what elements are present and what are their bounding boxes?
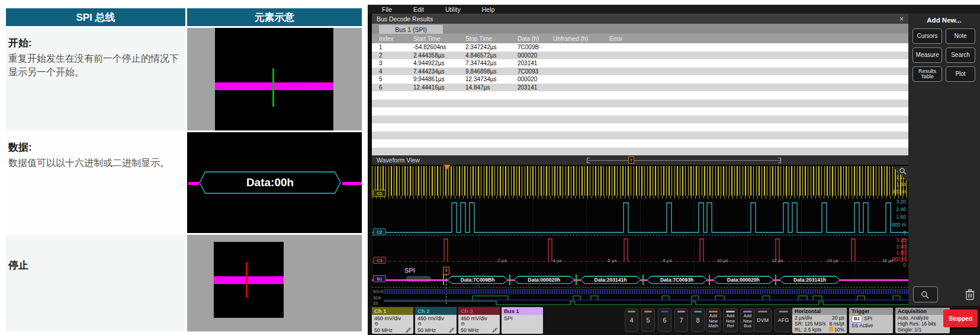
ch1-settings-badge[interactable]: Ch 1 460 mV/div ⚙ 50 MHz bbox=[372, 307, 413, 334]
channel-6-button[interactable]: 6 bbox=[658, 308, 671, 332]
data-text-cell: 数据: 数据值可以以十六进制或二进制显示。 bbox=[6, 132, 185, 233]
sclk-label: SCLK bbox=[373, 289, 383, 293]
bus-frame: Data:000020h bbox=[513, 276, 574, 284]
bus-decode-frames: Data:7C009Bh Data:000020h Data:203141h D… bbox=[447, 276, 840, 284]
results-title: Bus Decode Results bbox=[377, 15, 433, 23]
cursors-button[interactable]: Cursors bbox=[912, 28, 942, 44]
menu-edit[interactable]: Edit bbox=[413, 6, 424, 13]
table-cell: 12.44416µs bbox=[411, 84, 463, 91]
measure-button[interactable]: Measure bbox=[912, 47, 942, 63]
waveform-view-title: Waveform View bbox=[377, 157, 420, 164]
zoom-overlay-icon[interactable] bbox=[892, 166, 908, 183]
stopped-status-button[interactable]: Stopped bbox=[943, 310, 978, 327]
trigger-panel[interactable]: Trigger B1 SPI SS Active bbox=[849, 308, 893, 333]
results-table-header: Index Start Time Stop Time Data (h) Unfr… bbox=[372, 34, 908, 43]
gear-icon: ⚙ bbox=[461, 321, 497, 327]
menu-help[interactable]: Help bbox=[482, 6, 495, 13]
waveform-plot-area: 3.682.76 1.84920 m 3.202.40 1.60800 m 0 … bbox=[372, 165, 908, 306]
acquisition-panel[interactable]: Acquisition Auto, Analyze High Res: 16 b… bbox=[895, 308, 950, 333]
table-cell: 4 bbox=[377, 68, 411, 75]
table-cell: 203141 bbox=[515, 84, 551, 91]
trash-icon[interactable] bbox=[965, 289, 975, 301]
time-label: 6 µs bbox=[608, 258, 616, 263]
table-row-empty bbox=[372, 91, 908, 100]
minimap-timeline[interactable] bbox=[588, 160, 780, 161]
results-table-body: 1-54.82604ns2.347242µs7C009B22.444358µs4… bbox=[372, 43, 908, 155]
table-row[interactable]: 22.444358µs4.846572µs000020 bbox=[372, 52, 908, 60]
bus-decode-results-panel: Bus Decode Results × Bus 1 (SPI) Index S… bbox=[372, 14, 908, 155]
magnifier-icon bbox=[921, 291, 930, 299]
start-desc: 重复开始发生在没有前一个停止的情况下显示另一个开始。 bbox=[8, 52, 181, 79]
bus-frame: Data:7C0093h bbox=[647, 276, 708, 284]
col-index: Index bbox=[377, 36, 411, 42]
add-new-bus-button[interactable]: Add New Bus bbox=[740, 308, 755, 332]
doc-table-header: SPI 总线 元素示意 bbox=[6, 8, 362, 26]
bus1-settings-badge[interactable]: Bus 1 SPI bbox=[502, 307, 543, 334]
note-button[interactable]: Note bbox=[946, 28, 975, 44]
data-title: 数据: bbox=[8, 141, 181, 154]
table-cell: 1 bbox=[377, 44, 411, 50]
ss-label: SS bbox=[373, 301, 378, 305]
bus-frame: Data:203141h bbox=[580, 276, 641, 284]
data-desc: 数据值可以以十六进制或二进制显示。 bbox=[8, 156, 181, 170]
table-row[interactable]: 47.444234µs9.846898µs7C0093 bbox=[372, 68, 908, 76]
table-cell: 14.847µs bbox=[463, 84, 515, 91]
add-new-ref-button[interactable]: Add New Ref bbox=[723, 308, 738, 332]
table-cell: 203141 bbox=[515, 60, 551, 66]
menu-utility[interactable]: Utility bbox=[445, 6, 461, 13]
sda-waveform bbox=[384, 295, 908, 301]
magnifier-icon bbox=[899, 167, 907, 176]
minimap-trigger-marker[interactable]: T bbox=[628, 157, 634, 164]
table-row-empty bbox=[372, 132, 908, 140]
table-cell: 7C009B bbox=[515, 44, 551, 50]
doc-col-spi-bus: SPI 总线 bbox=[6, 8, 185, 26]
ch2-zero-line bbox=[372, 235, 908, 235]
bus-frame: Data:7C009Bh bbox=[447, 276, 508, 284]
ss-waveform bbox=[384, 301, 908, 305]
table-cell: 9.846898µs bbox=[463, 68, 515, 75]
table-row[interactable]: 1-54.82604ns2.347242µs7C009B bbox=[372, 43, 908, 52]
ch2-settings-badge[interactable]: Ch 2 460 mV/div ⚙ 50 MHz bbox=[415, 307, 457, 334]
doc-row-start: 开始: 重复开始发生在没有前一个停止的情况下显示另一个开始。 bbox=[6, 28, 362, 130]
table-cell: 2.347242µs bbox=[463, 44, 515, 50]
doc-row-stop: 停止 bbox=[6, 235, 362, 331]
table-cell: 2 bbox=[377, 52, 411, 59]
zoom-tool-button[interactable] bbox=[913, 286, 938, 302]
doc-col-element: 元素示意 bbox=[187, 8, 362, 26]
table-row[interactable]: 59.944861µs12.34734µs000020 bbox=[372, 75, 908, 84]
table-cell: 3 bbox=[377, 60, 411, 66]
ch1-badge[interactable]: C1 bbox=[373, 190, 386, 197]
tab-bus1-spi[interactable]: Bus 1 (SPI) bbox=[379, 25, 443, 34]
table-row[interactable]: 34.944922µs7.347442µs203141 bbox=[372, 59, 908, 68]
channel-8-button[interactable]: 8 bbox=[691, 308, 705, 332]
time-label: 14 µs bbox=[827, 258, 838, 263]
trigger-time-marker[interactable]: T bbox=[443, 267, 449, 275]
bus1-badge[interactable]: B1 bbox=[373, 275, 386, 282]
ch3-badge[interactable]: C3 bbox=[373, 257, 386, 264]
afg-button[interactable]: AFG bbox=[775, 308, 792, 332]
table-cell: 5 bbox=[377, 76, 411, 82]
table-cell: 12.34734µs bbox=[463, 76, 515, 82]
channel-5-button[interactable]: 5 bbox=[641, 308, 655, 332]
table-row[interactable]: 612.44416µs14.847µs203141 bbox=[372, 84, 908, 92]
results-table-button[interactable]: Results Table bbox=[912, 66, 942, 82]
ch3-settings-badge[interactable]: Ch 3 460 mV/div ⚙ 50 MHz bbox=[458, 307, 500, 334]
search-button[interactable]: Search bbox=[946, 47, 975, 63]
table-cell: 6 bbox=[377, 84, 411, 91]
time-label: 10 µs bbox=[716, 258, 728, 263]
bus-frame: Data:203141h bbox=[779, 276, 840, 284]
channel-7-button[interactable]: 7 bbox=[674, 308, 688, 332]
add-new-source-buttons: Add New Math Add New Ref Add New Bus bbox=[706, 308, 755, 332]
trigger-position-arrow[interactable] bbox=[444, 165, 451, 170]
close-icon[interactable]: × bbox=[899, 15, 904, 23]
horizontal-panel[interactable]: Horizontal 2 µs/div20 µs SR: 125 MS/s8 n… bbox=[792, 308, 847, 333]
ch2-badge[interactable]: C2 bbox=[373, 228, 386, 235]
add-new-math-button[interactable]: Add New Math bbox=[706, 308, 721, 332]
plot-button[interactable]: Plot bbox=[946, 66, 975, 82]
spi-doc-table: SPI 总线 元素示意 开始: 重复开始发生在没有前一个停止的情况下显示另一个开… bbox=[6, 8, 362, 331]
channel-4-button[interactable]: 4 bbox=[625, 308, 638, 332]
table-row-empty bbox=[372, 116, 908, 124]
dvm-button[interactable]: DVM bbox=[754, 308, 772, 332]
menu-file[interactable]: File bbox=[382, 6, 392, 13]
add-new-panel: Add New... Cursors Note Measure Search R… bbox=[908, 14, 980, 306]
